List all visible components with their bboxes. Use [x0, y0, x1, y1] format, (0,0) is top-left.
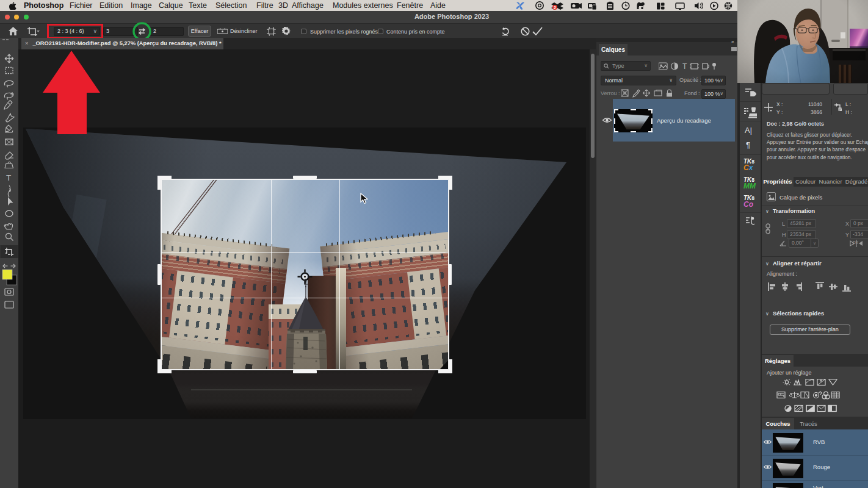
- svg-text:T: T: [682, 62, 687, 70]
- svg-text:2: 2: [554, 5, 556, 10]
- svg-text:T: T: [6, 173, 11, 182]
